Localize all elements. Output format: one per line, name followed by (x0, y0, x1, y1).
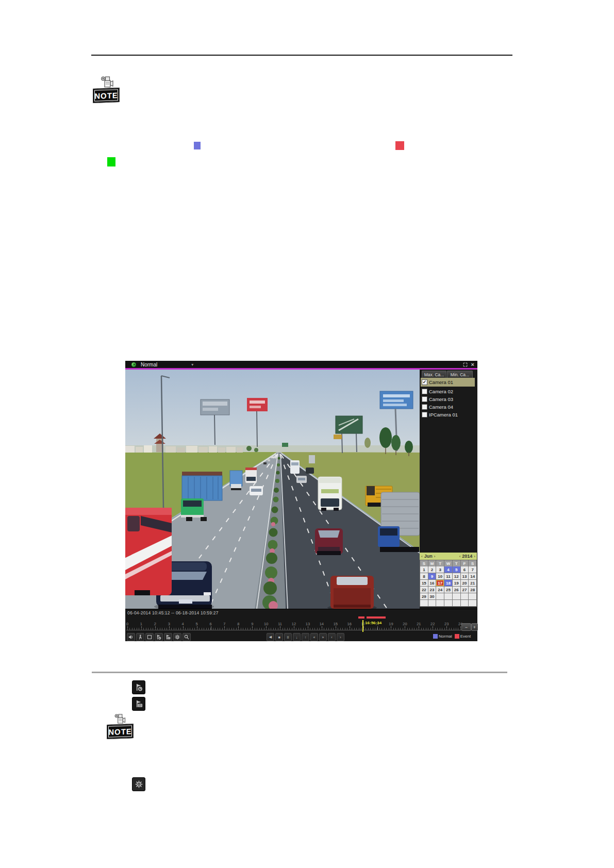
calendar-day-cell (453, 593, 461, 600)
calendar-day-cell[interactable]: 22 (420, 587, 428, 593)
manual-page: NOTE Normal ▾ × (0, 0, 614, 868)
timeline-hour-label: 22 (430, 622, 435, 626)
camera-list: ✓Camera 01Camera 02Camera 03Camera 04IPC… (421, 378, 475, 419)
camera-checkbox[interactable] (422, 396, 427, 402)
calendar-day-cell[interactable]: 4 (444, 566, 453, 573)
normal-legend-label: Normal (439, 634, 452, 639)
max-camera-button[interactable]: Max. Ca... (422, 371, 446, 378)
min-camera-button[interactable]: Min. Ca... (447, 371, 473, 378)
calendar-grid: 1234567891011121314151617181920212223242… (420, 566, 477, 607)
calendar-day-cell[interactable]: 2 (428, 566, 437, 573)
note-icon: NOTE (107, 713, 143, 739)
timeline-hour-label: 0 (126, 622, 128, 626)
calendar-prev-year-icon[interactable]: ‹ (459, 554, 461, 559)
clip-start-button[interactable] (155, 633, 163, 641)
calendar-day-cell[interactable]: 15 (420, 580, 428, 587)
next-file-button[interactable]: › (337, 633, 344, 641)
camera-list-item[interactable]: ✓Camera 01 (421, 378, 475, 387)
camera-checkbox[interactable]: ✓ (422, 379, 427, 385)
chevron-down-icon[interactable]: ▾ (191, 362, 193, 367)
section-divider (92, 672, 507, 673)
calendar-day-cell (436, 593, 444, 600)
timeline-hour-label: 19 (389, 622, 393, 626)
calendar-day-cell[interactable]: 16 (428, 580, 437, 587)
calendar-day-header: M (428, 560, 437, 566)
calendar-day-cell[interactable]: 5 (453, 566, 461, 573)
video-frame[interactable] (125, 370, 420, 609)
camera-list-item[interactable]: Camera 04 (421, 403, 475, 411)
calendar-day-cell[interactable]: 21 (469, 580, 477, 587)
close-icon[interactable]: × (471, 362, 474, 367)
speed-up-button[interactable]: » (319, 633, 327, 641)
draw-quadrilateral-button[interactable] (145, 633, 154, 641)
calendar-day-cell[interactable]: 14 (469, 573, 477, 580)
timeline-hour-label: 13 (306, 622, 310, 626)
normal-record-color-swatch (194, 142, 201, 149)
calendar-day-cell[interactable]: 19 (453, 580, 461, 587)
stop-button[interactable]: ■ (275, 633, 283, 641)
camera-checkbox[interactable] (422, 412, 427, 418)
timeline-hour-label: 10 (264, 622, 268, 626)
smart-search-button[interactable] (136, 633, 144, 641)
calendar-day-cell[interactable]: 1 (420, 566, 428, 573)
calendar-next-year-icon[interactable]: › (474, 554, 475, 559)
calendar-day-cell[interactable]: 13 (461, 573, 469, 580)
calendar-day-cell[interactable]: 3 (436, 566, 444, 573)
clip-end-button[interactable] (164, 633, 172, 641)
calendar-day-cell[interactable]: 20 (461, 580, 469, 587)
note-plaque: NOTE (93, 88, 120, 103)
calendar-day-cell[interactable]: 18 (444, 580, 453, 587)
pause-button[interactable]: II (284, 633, 292, 641)
camera-list-item[interactable]: Camera 02 (421, 388, 475, 395)
calendar-day-cell[interactable]: 8 (420, 573, 428, 580)
calendar-day-cell[interactable]: 10 (436, 573, 444, 580)
digital-zoom-button[interactable] (182, 633, 191, 641)
camera-label: Camera 03 (429, 396, 453, 402)
calendar-day-cell[interactable]: 26 (453, 587, 461, 593)
calendar-day-cell[interactable]: 12 (453, 573, 461, 580)
calendar-day-cell[interactable]: 9 (428, 573, 437, 580)
calendar-day-header: T (453, 560, 461, 566)
calendar-day-cell (444, 593, 453, 600)
reverse-play-button[interactable]: ◀ (267, 633, 274, 641)
timeline-baseline (126, 630, 462, 630)
camera-list-item[interactable]: Camera 03 (421, 395, 475, 403)
calendar-day-cell[interactable]: 30 (428, 593, 437, 600)
thirty-sec-forward-button[interactable]: ↑ (302, 633, 309, 641)
calendar-day-cell[interactable]: 11 (444, 573, 453, 580)
calendar-day-cell[interactable]: 27 (461, 587, 469, 593)
camera-checkbox[interactable] (422, 389, 427, 394)
calendar-prev-month-icon[interactable]: ‹ (421, 554, 423, 559)
calendar-day-cell[interactable]: 7 (469, 566, 477, 573)
playback-toolbar-area: 06-04-2014 10:45:12 -- 06-18-2014 10:59:… (125, 609, 477, 641)
calendar-day-cell[interactable]: 28 (469, 587, 477, 593)
record-type-legend: NormalEvent (433, 634, 472, 639)
calendar-day-cell[interactable]: 6 (461, 566, 469, 573)
calendar-day-cell (436, 600, 444, 607)
playback-transport-buttons: ◀■II↓↑«»‹› (267, 633, 344, 641)
slow-down-button[interactable]: « (310, 633, 318, 641)
calendar-day-cell[interactable]: 23 (428, 587, 437, 593)
calendar-day-cell[interactable]: 24 (436, 587, 444, 593)
timeline-zoom-out-button[interactable]: − (461, 623, 471, 631)
timeline-hour-label: 6 (209, 622, 211, 626)
camera-checkbox[interactable] (422, 404, 427, 410)
timeline-hour-label: 12 (292, 622, 296, 626)
calendar-day-cell (428, 600, 437, 607)
file-management-button[interactable] (173, 633, 181, 641)
thirty-sec-back-button[interactable]: ↓ (293, 633, 301, 641)
calendar-day-cell[interactable]: 25 (444, 587, 453, 593)
timeline-zoom-in-button[interactable]: + (471, 623, 478, 631)
timeline-playhead[interactable] (362, 620, 363, 632)
calendar-next-month-icon[interactable]: › (434, 554, 436, 559)
calendar-day-cell[interactable]: 29 (420, 593, 428, 600)
calendar-day-headers: SMTWTFS (420, 560, 477, 566)
audio-on-button[interactable] (127, 633, 135, 641)
camera-list-item[interactable]: IPCamera 01 (421, 411, 475, 419)
restore-window-icon[interactable] (463, 362, 468, 367)
previous-file-button[interactable]: ‹ (328, 633, 336, 641)
timeline-hour-label: 9 (251, 622, 253, 626)
calendar-header: ‹ Jun › ‹ 2014 › (420, 553, 477, 560)
calendar-day-cell[interactable]: 17 (436, 580, 444, 587)
calendar-day-cell (469, 593, 477, 600)
